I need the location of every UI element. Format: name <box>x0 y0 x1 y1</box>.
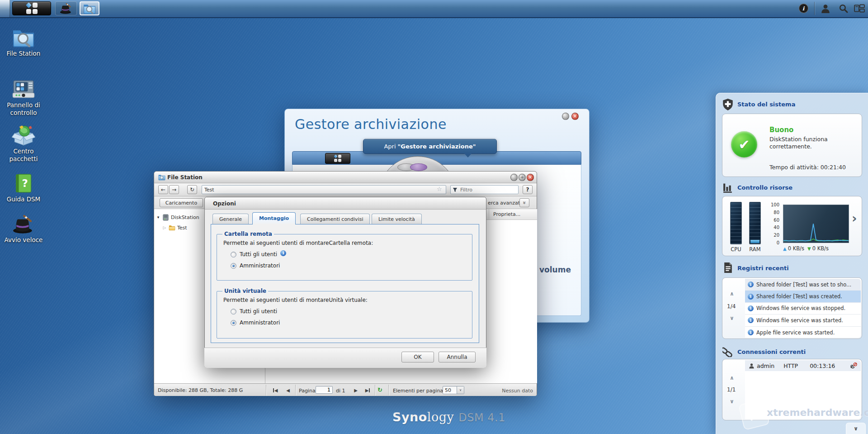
pager-up-icon[interactable]: ∧ <box>730 375 734 381</box>
desktop-icon-control-panel[interactable]: Pannello di controllo <box>1 79 46 117</box>
dialog-tab-panel: Cartella remota Permette ai seguenti ute… <box>211 224 479 343</box>
show-desktop-button[interactable] <box>0 0 10 17</box>
next-page-button[interactable]: ▶ <box>350 386 361 395</box>
per-page-value: 50 <box>443 387 457 393</box>
radio-administrators[interactable]: Amministratori <box>231 262 468 269</box>
per-page-select[interactable]: 50 ∨ <box>443 386 464 394</box>
tab-limite-velocita[interactable]: Limite velocità <box>372 214 422 224</box>
back-button[interactable]: ← <box>158 185 168 194</box>
help-button[interactable]: ? <box>523 185 533 194</box>
log-row[interactable]: i Windows file service was stopped. <box>745 303 861 315</box>
radio-icon-selected[interactable] <box>231 263 236 269</box>
desktop-icon-package-center[interactable]: Centro pacchetti <box>1 125 46 163</box>
radio-label[interactable]: Tutti gli utenti <box>240 251 277 258</box>
health-ok-icon: ✔ <box>731 131 757 157</box>
info-icon: i <box>748 305 754 311</box>
prev-page-button[interactable]: ◀ <box>283 386 293 395</box>
log-text: Shared folder [Test] was set to sho... <box>756 281 853 288</box>
desktop-icon-quick-start[interactable]: Avvio veloce <box>1 214 46 244</box>
address-input[interactable] <box>202 185 446 194</box>
radio-icon[interactable] <box>231 252 236 258</box>
shield-icon <box>722 98 734 111</box>
refresh-list-button[interactable]: ↻ <box>377 386 382 393</box>
log-row[interactable]: i Shared folder [Test] was created. <box>745 291 861 302</box>
radio-label[interactable]: Tutti gli utenti <box>240 308 277 315</box>
minimize-button[interactable] <box>510 174 518 181</box>
uptime-label: Tempo di attività: 00:21:40 <box>769 164 846 171</box>
resource-detail-chevron[interactable]: › <box>852 211 857 226</box>
connection-row[interactable]: admin HTTP 00:13:16 <box>745 360 861 371</box>
main-menu-button[interactable] <box>12 1 51 15</box>
back-icon: ← <box>161 186 165 193</box>
radio-label[interactable]: Amministratori <box>240 320 280 326</box>
funnel-icon <box>453 187 458 192</box>
cancel-button[interactable]: Annulla <box>439 352 476 362</box>
last-page-button[interactable]: ▶ <box>362 386 373 395</box>
resource-monitor-title: Controllo risorse <box>737 184 793 191</box>
info-icon: i <box>748 317 754 323</box>
desktop-icon-label: Avvio veloce <box>1 236 46 244</box>
taskbar-file-station-button[interactable] <box>80 1 99 15</box>
network-graph-yticks: 100 80 60 40 20 0 <box>764 202 779 245</box>
disconnect-icon[interactable] <box>849 362 857 369</box>
forward-button[interactable]: → <box>169 185 179 194</box>
close-icon: × <box>528 175 532 180</box>
first-page-button[interactable]: ◀ <box>270 386 281 395</box>
column-properties[interactable]: Proprieta... <box>493 211 520 217</box>
radio-icon[interactable] <box>231 309 236 315</box>
desktop-icon-label: Centro pacchetti <box>1 148 46 163</box>
radio-label[interactable]: Amministratori <box>240 262 280 269</box>
system-info-button[interactable]: i <box>796 1 811 15</box>
pager-count: 1/4 <box>727 303 736 310</box>
ram-usage-bar <box>749 202 761 244</box>
close-button[interactable]: × <box>571 113 579 120</box>
tab-collegamenti-condivisi[interactable]: Collegamenti condivisi <box>300 214 370 224</box>
tab-generale[interactable]: Generale <box>212 214 249 224</box>
search-button[interactable] <box>835 1 851 15</box>
statusbar-divider <box>295 385 296 396</box>
info-icon[interactable]: i <box>280 250 286 256</box>
recent-logs-title: Registri recenti <box>737 265 789 272</box>
tree-expander-icon[interactable]: ▷ <box>162 225 167 230</box>
close-button[interactable]: × <box>527 174 534 181</box>
connection-user: admin <box>757 362 774 369</box>
filter-input[interactable] <box>459 186 511 193</box>
user-menu-button[interactable] <box>817 1 834 15</box>
filter-box[interactable] <box>450 185 519 194</box>
maximize-button[interactable]: + <box>519 174 526 181</box>
ok-button[interactable]: OK <box>401 352 434 362</box>
desktop-icon-dsm-help[interactable]: Guida DSM <box>1 173 46 203</box>
minimize-button[interactable] <box>562 113 569 120</box>
per-page-label: Elementi per pagina <box>393 388 443 394</box>
pilot-view-button[interactable] <box>852 1 867 15</box>
log-row[interactable]: i Apple file service was started. <box>745 327 861 338</box>
page-number-input[interactable] <box>316 386 333 394</box>
pager-down-icon[interactable]: ∨ <box>730 315 734 321</box>
panel-collapse-button[interactable]: ∨ <box>846 423 866 434</box>
log-row[interactable]: i Windows file service was started. <box>745 315 861 326</box>
first-page-icon: ◀ <box>274 388 278 393</box>
radio-administrators[interactable]: Amministratori <box>231 320 468 326</box>
log-row[interactable]: i Shared folder [Test] was set to sho... <box>745 279 861 291</box>
control-panel-icon <box>12 79 35 100</box>
pager-down-icon[interactable]: ∨ <box>730 398 734 405</box>
help-icon: ? <box>526 186 529 193</box>
advanced-search-label[interactable]: erca avanzata <box>488 200 523 206</box>
network-rate-legend: ▲ 0 KB/s ▼ 0 KB/s <box>783 245 829 252</box>
favorite-star-icon[interactable]: ☆ <box>437 186 442 192</box>
radio-all-users[interactable]: Tutti gli utenti <box>231 308 468 315</box>
desktop-icon-file-station[interactable]: File Station <box>1 27 46 57</box>
tab-montaggio[interactable]: Montaggio <box>252 212 296 224</box>
storage-manager-menu-button[interactable] <box>325 153 350 164</box>
pager-up-icon[interactable]: ∧ <box>730 291 734 297</box>
upload-button[interactable]: Caricamento <box>160 198 203 207</box>
radio-all-users[interactable]: Tutti gli utenti i <box>231 251 468 258</box>
refresh-button[interactable]: ↻ <box>187 185 197 194</box>
radio-icon-selected[interactable] <box>231 320 236 326</box>
desktop-icon-label: Pannello di controllo <box>1 101 46 117</box>
logo-serif: logy <box>427 410 454 424</box>
tree-expander-icon[interactable]: ▾ <box>156 215 160 219</box>
expand-search-button[interactable]: » <box>519 198 529 207</box>
taskbar-quick-start-button[interactable] <box>55 1 77 15</box>
check-icon: ✔ <box>738 137 750 153</box>
